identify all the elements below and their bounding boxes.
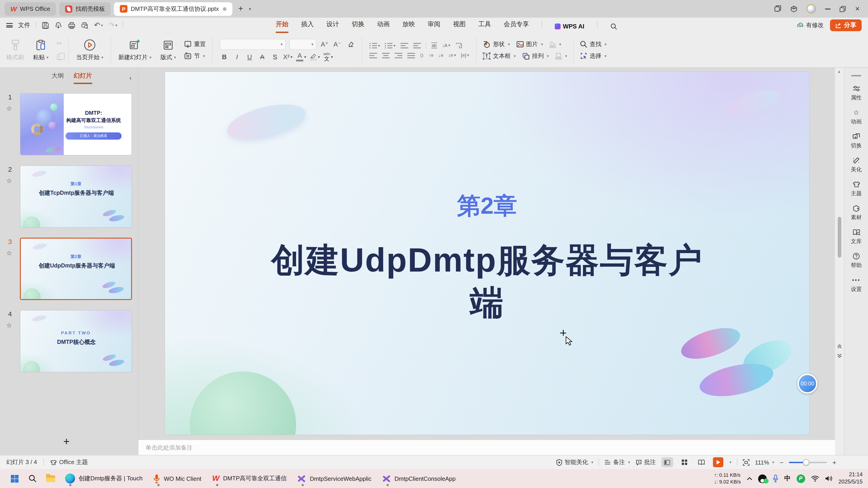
ribbon-tab-transition[interactable]: 切换	[352, 20, 364, 33]
tab-active-document[interactable]: P DMTP高可靠全双工通信协议.pptx	[114, 2, 232, 15]
shapes-button[interactable]: 形状▾	[483, 40, 510, 48]
align-right-icon[interactable]	[395, 53, 402, 58]
ribbon-tab-design[interactable]: 设计	[327, 20, 339, 33]
taskbar-app-womic[interactable]: WO Mic Client	[149, 470, 206, 487]
share-button[interactable]: 分享	[830, 20, 862, 31]
strikethrough-button[interactable]: A	[258, 53, 267, 61]
sync-status[interactable]: 有修改	[797, 21, 824, 29]
favorite-star-icon[interactable]: ☆	[6, 322, 12, 329]
ribbon-tab-insert[interactable]: 插入	[301, 20, 314, 33]
text-direction-icon[interactable]: ↓A▾	[442, 43, 450, 48]
sidebar-item-library[interactable]: 文库	[844, 228, 868, 252]
shadow-button[interactable]: S	[270, 53, 279, 61]
clear-format-icon[interactable]	[345, 40, 354, 49]
format-painter-button[interactable]: 格式刷	[3, 39, 28, 61]
numbered-list-icon[interactable]: ▾	[385, 43, 396, 48]
minimize-button[interactable]	[825, 8, 831, 9]
print-icon[interactable]	[68, 22, 75, 29]
ribbon-tab-member[interactable]: 会员专享	[504, 20, 529, 33]
favorite-star-icon[interactable]: ☆	[6, 105, 12, 112]
next-slide-button[interactable]	[836, 352, 843, 360]
view-normal-button[interactable]	[661, 457, 673, 467]
tab-docer-templates[interactable]: 找稻壳模板	[59, 2, 111, 15]
slide-thumbnail-4[interactable]: PART TWO DMTP核心概念	[20, 310, 132, 372]
select-button[interactable]: 选择▾	[580, 52, 607, 60]
slide-chapter-text[interactable]: 第2章	[165, 190, 809, 222]
find-button[interactable]: 查找▾	[580, 40, 607, 48]
sidebar-item-transition[interactable]: 切换	[844, 132, 868, 156]
slide-title-line2[interactable]: 端	[165, 281, 809, 326]
3d-mode-icon[interactable]	[790, 5, 798, 12]
decrease-font-button[interactable]: A⁻	[333, 40, 342, 49]
increase-font-button[interactable]: A⁺	[320, 40, 329, 49]
smart-beautify-button[interactable]: 智能美化▾	[556, 458, 593, 466]
tray-p-icon[interactable]: P	[796, 474, 805, 483]
highlight-color-button[interactable]: ▾	[310, 53, 320, 61]
view-sorter-button[interactable]	[678, 457, 690, 467]
global-menu-icon[interactable]	[6, 23, 13, 28]
vertical-align-icon[interactable]: [≡]▾	[461, 53, 469, 58]
shape-outline-button[interactable]: ▾	[555, 53, 567, 59]
fit-slide-icon[interactable]	[743, 459, 749, 466]
pinyin-guide-button[interactable]: wén文▾	[323, 53, 333, 61]
distribute-text-icon[interactable]: ⟨⟩	[420, 53, 424, 58]
decrease-indent-icon[interactable]	[400, 43, 408, 48]
sidebar-item-help[interactable]: 帮助	[844, 252, 868, 276]
placeholder-icon[interactable]	[455, 42, 463, 48]
increase-indent-icon[interactable]	[413, 43, 421, 48]
restore-button[interactable]	[839, 6, 846, 12]
new-tab-button[interactable]: +	[236, 4, 246, 13]
section-button[interactable]: 节▾	[184, 52, 206, 60]
italic-button[interactable]: I	[232, 53, 241, 61]
decrease-paragraph-spacing-icon[interactable]: ↓≡	[438, 53, 443, 58]
taskbar-app-edge[interactable]: 创建Dmtp服务器 | Touch	[61, 470, 147, 487]
redo-icon[interactable]: ↷▾	[108, 22, 117, 29]
increase-paragraph-spacing-icon[interactable]: ↑≡	[429, 53, 434, 58]
export-icon[interactable]	[55, 22, 62, 29]
add-slide-button[interactable]: +	[63, 436, 70, 447]
justify-icon[interactable]	[407, 53, 415, 58]
character-spacing-icon[interactable]: ab	[431, 42, 437, 48]
vertical-scrollbar[interactable]: ▲	[835, 68, 844, 455]
play-options-icon[interactable]: ▾	[730, 460, 732, 464]
picture-button[interactable]: 图片▾	[516, 40, 543, 48]
qq-icon[interactable]	[758, 474, 767, 483]
sidebar-item-properties[interactable]: 属性	[844, 85, 868, 108]
ribbon-tab-tools[interactable]: 工具	[478, 20, 491, 33]
notes-button[interactable]: 备注▾	[604, 458, 630, 466]
ribbon-tab-view[interactable]: 视图	[453, 20, 466, 33]
start-button[interactable]	[6, 470, 23, 487]
sidebar-item-beautify[interactable]: 美化	[844, 156, 868, 180]
ime-indicator[interactable]: 中	[784, 475, 790, 483]
file-explorer-icon[interactable]	[42, 470, 59, 487]
tab-wps-home[interactable]: W WPS Office	[4, 2, 56, 15]
superscript-button[interactable]: X²▾	[283, 53, 292, 61]
sidebar-item-animation[interactable]: ☆动画	[844, 108, 868, 132]
slide-canvas[interactable]: 第2章 创建UdpDmtp服务器与客户 端 00:00 单击此处添加备注	[138, 68, 835, 455]
collapse-panel-icon[interactable]: ‹	[129, 74, 131, 81]
tray-expand-icon[interactable]	[747, 477, 752, 480]
scrollbar-thumb[interactable]	[838, 217, 841, 258]
sidebar-drag-handle[interactable]	[851, 75, 861, 76]
paste-button[interactable]: 粘贴▾	[29, 39, 52, 61]
volume-icon[interactable]	[825, 475, 833, 482]
wifi-icon[interactable]	[811, 475, 819, 482]
taskbar-clock[interactable]: 21:142025/5/15	[838, 471, 863, 486]
close-button[interactable]: ✕	[855, 5, 860, 12]
previous-slide-button[interactable]	[836, 343, 843, 350]
save-icon[interactable]	[41, 22, 49, 29]
align-left-icon[interactable]	[369, 53, 377, 58]
zoom-in-button[interactable]: +	[832, 459, 836, 466]
zoom-out-button[interactable]: −	[780, 459, 784, 466]
favorite-star-icon[interactable]: ☆	[6, 177, 12, 184]
arrange-button[interactable]: 排列▾	[522, 52, 549, 60]
shape-fill-button[interactable]: ▾	[549, 41, 561, 48]
search-icon[interactable]	[610, 23, 617, 33]
ribbon-tab-review[interactable]: 审阅	[428, 20, 440, 33]
sidebar-item-theme[interactable]: 主题	[844, 180, 868, 204]
comments-button[interactable]: 批注	[636, 458, 656, 466]
sidebar-item-assets[interactable]: 素材	[844, 204, 868, 228]
cut-icon[interactable]: ✂	[54, 38, 65, 48]
undo-icon[interactable]: ↶▾	[94, 22, 103, 29]
sidebar-item-settings[interactable]: •••设置	[844, 276, 868, 300]
